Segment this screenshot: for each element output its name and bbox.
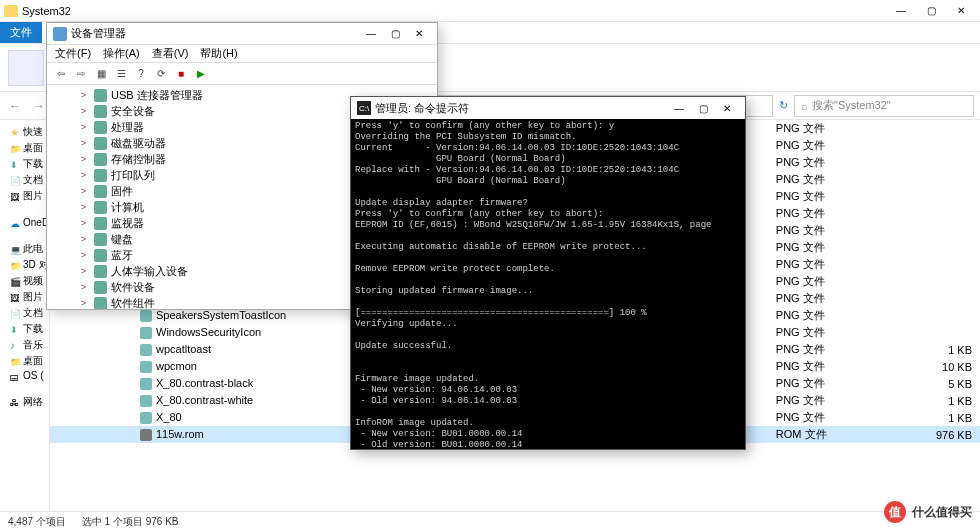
window-controls: — ▢ ✕ bbox=[886, 0, 976, 22]
sidebar-item[interactable]: 桌面 bbox=[2, 140, 47, 156]
menu-action[interactable]: 操作(A) bbox=[103, 46, 140, 61]
cloud-icon bbox=[10, 218, 20, 228]
file-size bbox=[887, 307, 980, 324]
expand-icon[interactable]: > bbox=[81, 231, 90, 247]
file-type: PNG 文件 bbox=[768, 154, 887, 171]
tab-file[interactable]: 文件 bbox=[0, 22, 42, 43]
mus-icon bbox=[10, 340, 20, 350]
expand-icon[interactable]: > bbox=[81, 263, 90, 279]
sidebar-item[interactable]: 图片 bbox=[2, 188, 47, 204]
cmd-minimize-button[interactable]: — bbox=[667, 103, 691, 114]
fold-icon bbox=[10, 143, 20, 153]
tool-help-icon[interactable]: ? bbox=[133, 66, 149, 82]
file-size bbox=[887, 188, 980, 205]
expand-icon[interactable]: > bbox=[81, 247, 90, 263]
tool-props-icon[interactable]: ☰ bbox=[113, 66, 129, 82]
expand-icon[interactable]: > bbox=[81, 279, 90, 295]
file-size bbox=[887, 120, 980, 137]
net-icon bbox=[10, 397, 20, 407]
devmgr-titlebar: 设备管理器 — ▢ ✕ bbox=[47, 23, 437, 45]
tool-refresh-icon[interactable]: ⟳ bbox=[153, 66, 169, 82]
tool-disable-icon[interactable]: ■ bbox=[173, 66, 189, 82]
status-selected: 选中 1 个项目 976 KB bbox=[82, 515, 179, 529]
vid-icon bbox=[10, 276, 20, 286]
maximize-button[interactable]: ▢ bbox=[916, 0, 946, 22]
file-name: wpcatltoast bbox=[156, 343, 211, 355]
file-type: PNG 文件 bbox=[768, 273, 887, 290]
expand-icon[interactable]: > bbox=[81, 103, 90, 119]
tool-back-icon[interactable]: ⇦ bbox=[53, 66, 69, 82]
menu-file[interactable]: 文件(F) bbox=[55, 46, 91, 61]
expand-icon[interactable]: > bbox=[81, 151, 90, 167]
close-button[interactable]: ✕ bbox=[946, 0, 976, 22]
file-type: PNG 文件 bbox=[768, 307, 887, 324]
sidebar-item[interactable]: OS ( bbox=[2, 369, 47, 382]
file-size: 976 KB bbox=[887, 426, 980, 443]
cmd-output[interactable]: Press 'y' to confirm (any other key to a… bbox=[351, 119, 745, 449]
sidebar-item[interactable]: 文档 bbox=[2, 305, 47, 321]
explorer-sidebar: 快速桌面下载文档图片OneD此电3D 对视频图片文档下载音乐桌面OS (网络 bbox=[0, 120, 50, 511]
drive-icon bbox=[10, 371, 20, 381]
sidebar-item[interactable]: 快速 bbox=[2, 124, 47, 140]
expand-icon[interactable]: > bbox=[81, 199, 90, 215]
sidebar-item-label: 视频 bbox=[23, 274, 43, 288]
sidebar-item-label: OS ( bbox=[23, 370, 44, 381]
file-type: PNG 文件 bbox=[768, 324, 887, 341]
file-size: 5 KB bbox=[887, 375, 980, 392]
device-label: 监视器 bbox=[111, 215, 144, 231]
device-label: 安全设备 bbox=[111, 103, 155, 119]
expand-icon[interactable]: > bbox=[81, 295, 90, 309]
menu-help[interactable]: 帮助(H) bbox=[200, 46, 237, 61]
search-input[interactable]: ⌕ 搜索"System32" bbox=[794, 95, 974, 117]
file-type: PNG 文件 bbox=[768, 205, 887, 222]
cmd-icon: C:\ bbox=[357, 101, 371, 115]
devmgr-maximize-button[interactable]: ▢ bbox=[383, 28, 407, 39]
tool-enable-icon[interactable]: ▶ bbox=[193, 66, 209, 82]
minimize-button[interactable]: — bbox=[886, 0, 916, 22]
devmgr-menu: 文件(F) 操作(A) 查看(V) 帮助(H) bbox=[47, 45, 437, 63]
sidebar-item-label: 文档 bbox=[23, 306, 43, 320]
pc-icon bbox=[10, 244, 20, 254]
device-icon bbox=[94, 185, 107, 198]
sidebar-item[interactable]: 3D 对 bbox=[2, 257, 47, 273]
sidebar-item[interactable]: 下载 bbox=[2, 321, 47, 337]
file-type: PNG 文件 bbox=[768, 375, 887, 392]
expand-icon[interactable]: > bbox=[81, 119, 90, 135]
file-type: PNG 文件 bbox=[768, 137, 887, 154]
sidebar-item[interactable]: 音乐 bbox=[2, 337, 47, 353]
watermark-icon: 值 bbox=[884, 501, 906, 523]
devmgr-close-button[interactable]: ✕ bbox=[407, 28, 431, 39]
file-type: PNG 文件 bbox=[768, 222, 887, 239]
cmd-title: 管理员: 命令提示符 bbox=[375, 101, 469, 116]
sidebar-item[interactable]: 此电 bbox=[2, 241, 47, 257]
cmd-close-button[interactable]: ✕ bbox=[715, 103, 739, 114]
expand-icon[interactable]: > bbox=[81, 215, 90, 231]
expand-icon[interactable]: > bbox=[81, 87, 90, 103]
devmgr-minimize-button[interactable]: — bbox=[359, 28, 383, 39]
cmd-maximize-button[interactable]: ▢ bbox=[691, 103, 715, 114]
sidebar-item[interactable]: 下载 bbox=[2, 156, 47, 172]
refresh-icon[interactable]: ↻ bbox=[779, 99, 788, 112]
sidebar-item[interactable]: 图片 bbox=[2, 289, 47, 305]
dl-icon bbox=[10, 324, 20, 334]
tool-grid-icon[interactable]: ▦ bbox=[93, 66, 109, 82]
sidebar-item-label: 桌面 bbox=[23, 141, 43, 155]
file-size: 1 KB bbox=[887, 392, 980, 409]
sidebar-item[interactable]: 桌面 bbox=[2, 353, 47, 369]
tool-fwd-icon[interactable]: ⇨ bbox=[73, 66, 89, 82]
file-icon bbox=[140, 395, 152, 407]
sidebar-item-label: 网络 bbox=[23, 395, 43, 409]
file-type: PNG 文件 bbox=[768, 358, 887, 375]
sidebar-item[interactable]: 网络 bbox=[2, 394, 47, 410]
sidebar-item-label: 图片 bbox=[23, 189, 43, 203]
file-icon bbox=[140, 344, 152, 356]
expand-icon[interactable]: > bbox=[81, 183, 90, 199]
sidebar-item[interactable]: 视频 bbox=[2, 273, 47, 289]
menu-view[interactable]: 查看(V) bbox=[152, 46, 189, 61]
sidebar-item[interactable]: OneD bbox=[2, 216, 47, 229]
expand-icon[interactable]: > bbox=[81, 135, 90, 151]
nav-back-button[interactable]: ← bbox=[6, 97, 24, 115]
sidebar-item-label: 快速 bbox=[23, 125, 43, 139]
expand-icon[interactable]: > bbox=[81, 167, 90, 183]
sidebar-item[interactable]: 文档 bbox=[2, 172, 47, 188]
